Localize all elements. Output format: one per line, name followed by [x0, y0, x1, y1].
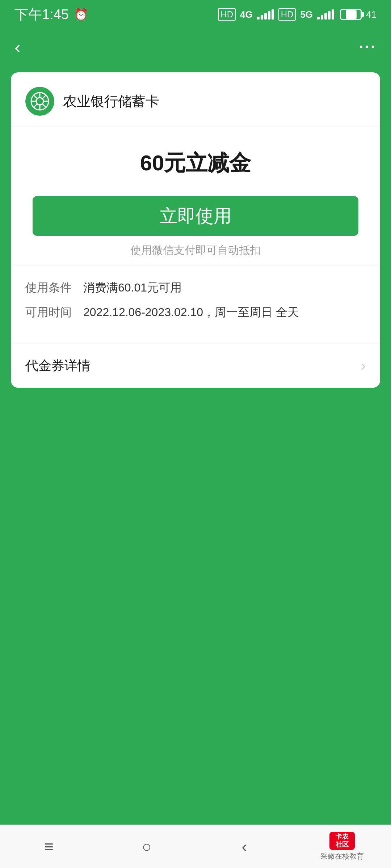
more-button[interactable]: ···: [359, 38, 377, 56]
status-icons: HD 4G HD 5G 41: [218, 8, 377, 21]
info-section: 使用条件 消费满60.01元可用 可用时间 2022.12.06-2023.02…: [11, 265, 380, 344]
hd-badge: HD: [218, 8, 236, 21]
chevron-right-icon: ›: [361, 358, 366, 374]
svg-line-6: [34, 95, 37, 99]
signal-bars-1: [257, 9, 274, 20]
bottom-nav: ≡ ○ ‹ 卡农社区 采嫩在核教育: [0, 825, 391, 868]
svg-line-8: [42, 95, 46, 99]
hd-badge-2: HD: [278, 8, 296, 21]
bottom-nav-back[interactable]: ‹: [196, 825, 293, 868]
status-bar: 下午1:45 ⏰ HD 4G HD 5G 41: [0, 0, 391, 29]
coupon-title: 60元立减金: [140, 151, 251, 175]
kanong-subtitle: 采嫩在核教育: [320, 851, 364, 861]
time-label: 可用时间: [25, 305, 83, 320]
menu-icon: ≡: [44, 838, 54, 856]
coupon-title-section: 60元立减金: [11, 127, 380, 192]
status-time: 下午1:45: [14, 5, 69, 24]
battery-icon: [340, 9, 362, 20]
status-time-section: 下午1:45 ⏰: [14, 5, 88, 24]
network-4g: 4G: [240, 9, 253, 20]
alarm-icon: ⏰: [74, 8, 88, 21]
bank-logo: [25, 87, 54, 116]
home-icon: ○: [142, 838, 152, 856]
back-button[interactable]: ‹: [14, 37, 36, 58]
time-row: 可用时间 2022.12.06-2023.02.10，周一至周日 全天: [25, 305, 366, 320]
bottom-nav-logo[interactable]: 卡农社区 采嫩在核教育: [293, 825, 391, 868]
kanong-logo-img: 卡农社区: [329, 832, 355, 850]
svg-line-7: [42, 104, 46, 107]
conditions-row: 使用条件 消费满60.01元可用: [25, 280, 366, 296]
kanong-logo: 卡农社区 采嫩在核教育: [320, 832, 364, 861]
network-5g: 5G: [300, 9, 313, 20]
card-header: 农业银行储蓄卡: [11, 72, 380, 127]
svg-line-9: [34, 104, 37, 107]
use-button-section: 立即使用 使用微信支付即可自动抵扣: [11, 192, 380, 265]
bottom-nav-home[interactable]: ○: [98, 825, 196, 868]
use-hint: 使用微信支付即可自动抵扣: [130, 243, 261, 258]
bottom-nav-menu[interactable]: ≡: [0, 825, 98, 868]
signal-bars-2: [317, 9, 334, 20]
conditions-label: 使用条件: [25, 280, 83, 296]
bank-logo-svg: [30, 92, 49, 111]
kanong-logo-text: 卡农社区: [336, 833, 349, 848]
bank-name: 农业银行储蓄卡: [63, 92, 159, 111]
conditions-value: 消费满60.01元可用: [83, 280, 366, 296]
back-nav-icon: ‹: [242, 838, 247, 856]
detail-link[interactable]: 代金券详情 ›: [11, 344, 380, 388]
time-value: 2022.12.06-2023.02.10，周一至周日 全天: [83, 305, 366, 320]
use-button[interactable]: 立即使用: [33, 196, 358, 236]
detail-link-label: 代金券详情: [25, 357, 91, 375]
battery-level: 41: [366, 9, 377, 20]
nav-bar: ‹ ···: [0, 29, 391, 65]
coupon-card: 农业银行储蓄卡 60元立减金 立即使用 使用微信支付即可自动抵扣 使用条件 消费…: [11, 72, 380, 388]
